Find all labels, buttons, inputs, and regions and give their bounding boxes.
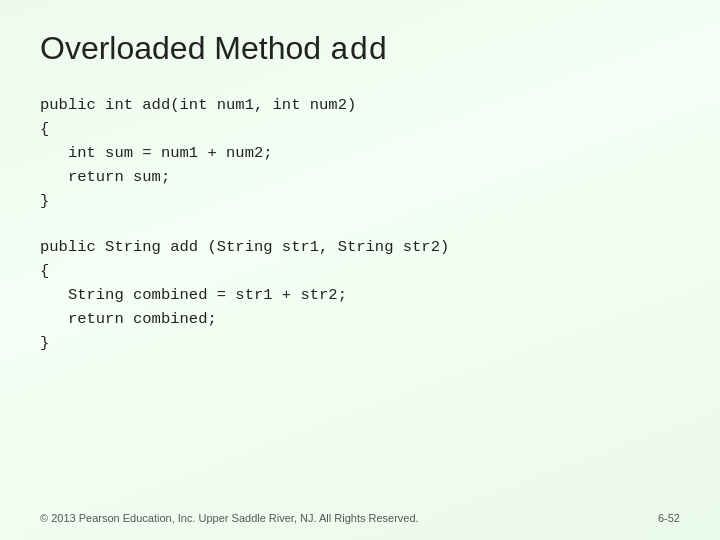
title-code: add: [330, 32, 388, 69]
code-block-1: public int add(int num1, int num2) { int…: [40, 93, 680, 213]
title-text: Overloaded Method: [40, 30, 321, 66]
slide-footer: © 2013 Pearson Education, Inc. Upper Sad…: [40, 512, 680, 524]
footer-copyright: © 2013 Pearson Education, Inc. Upper Sad…: [40, 512, 419, 524]
code-block-2: public String add (String str1, String s…: [40, 235, 680, 355]
slide-title: Overloaded Method add: [40, 30, 680, 69]
slide: Overloaded Method add public int add(int…: [0, 0, 720, 540]
footer-page-number: 6-52: [658, 512, 680, 524]
